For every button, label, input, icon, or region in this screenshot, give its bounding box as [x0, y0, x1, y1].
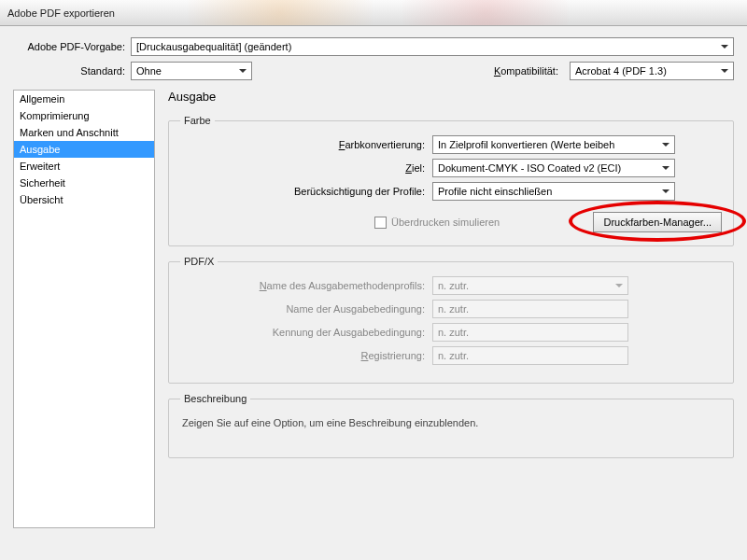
sidebar-item-ausgabe[interactable]: Ausgabe	[14, 141, 154, 158]
sidebar-item-komprimierung[interactable]: Komprimierung	[14, 107, 154, 124]
sidebar-item-erweitert[interactable]: Erweitert	[14, 158, 154, 175]
color-legend: Farbe	[180, 115, 215, 126]
color-profile-dropdown[interactable]: Profile nicht einschließen	[432, 182, 675, 201]
sidebar-item-allgemein[interactable]: Allgemein	[14, 91, 154, 107]
pdfx-id-cond-label: Kennung der Ausgabebedingung:	[180, 327, 432, 338]
pdfx-legend: PDF/X	[180, 256, 218, 267]
desc-text: Zeigen Sie auf eine Option, um eine Besc…	[180, 413, 722, 432]
standard-dropdown[interactable]: Ohne	[131, 62, 252, 80]
pdfx-fieldset: PDF/X Name des Ausgabemethodenprofils: n…	[168, 256, 734, 384]
pdfx-reg-label: Registrierung:	[180, 350, 432, 361]
color-dest-dropdown[interactable]: Dokument-CMYK - ISO Coated v2 (ECI)	[432, 159, 675, 177]
pdfx-id-cond-field: n. zutr.	[432, 323, 628, 342]
window-title: Adobe PDF exportieren	[7, 7, 115, 19]
color-conv-dropdown[interactable]: In Zielprofil konvertieren (Werte beibeh	[432, 135, 675, 154]
sidebar-item-uebersicht[interactable]: Übersicht	[14, 191, 154, 208]
pdfx-name-cond-field: n. zutr.	[432, 300, 628, 318]
preset-label: Adobe PDF-Vorgabe:	[13, 41, 131, 52]
standard-label: Standard:	[13, 65, 131, 77]
desc-legend: Beschreibung	[180, 393, 250, 404]
desc-fieldset: Beschreibung Zeigen Sie auf eine Option,…	[168, 393, 734, 458]
color-conv-label: Farbkonvertierung:	[180, 139, 432, 150]
color-profile-label: Berücksichtigung der Profile:	[180, 186, 432, 197]
window-titlebar: Adobe PDF exportieren	[0, 0, 747, 26]
section-heading: Ausgabe	[168, 90, 734, 104]
overprint-label: Überdrucken simulieren	[391, 217, 500, 228]
preset-dropdown[interactable]: [Druckausgabequalität] (geändert)	[131, 37, 734, 56]
pdfx-name-profile-label: Name des Ausgabemethodenprofils:	[180, 280, 432, 291]
compat-label: Kompatibilität:	[494, 65, 564, 77]
ink-manager-button[interactable]: Druckfarben-Manager...	[593, 212, 722, 232]
overprint-checkbox[interactable]	[374, 217, 387, 229]
content-panel: Ausgabe Farbe Farbkonvertierung: In Ziel…	[155, 90, 734, 528]
pdfx-reg-field: n. zutr.	[432, 346, 628, 365]
sidebar: Allgemein Komprimierung Marken und Ansch…	[13, 90, 155, 528]
compat-dropdown[interactable]: Acrobat 4 (PDF 1.3)	[570, 62, 734, 80]
sidebar-item-sicherheit[interactable]: Sicherheit	[14, 175, 154, 191]
pdfx-name-cond-label: Name der Ausgabebedingung:	[180, 303, 432, 315]
pdfx-name-profile-field: n. zutr.	[432, 276, 628, 295]
color-fieldset: Farbe Farbkonvertierung: In Zielprofil k…	[168, 115, 734, 246]
sidebar-item-marken[interactable]: Marken und Anschnitt	[14, 124, 154, 141]
color-dest-label: Ziel:	[180, 162, 432, 174]
window-body: Adobe PDF-Vorgabe: [Druckausgabequalität…	[0, 26, 747, 539]
